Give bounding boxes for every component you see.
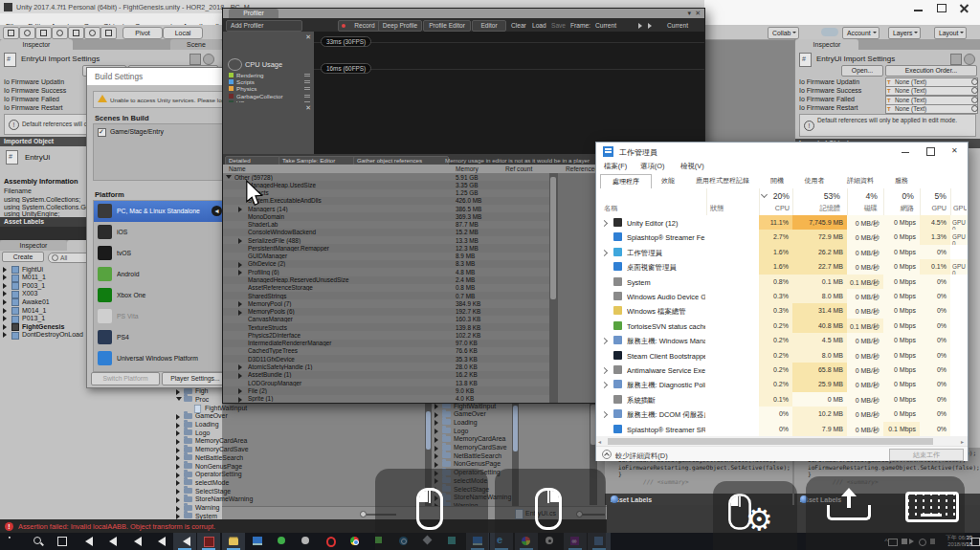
expander-icon[interactable] <box>176 489 180 495</box>
memory-row[interactable]: ConsoleWindowBackend15.2 MB <box>223 229 549 236</box>
expander-icon[interactable] <box>176 397 182 401</box>
taskbar-redapp-icon[interactable] <box>197 533 220 550</box>
expander-icon[interactable] <box>434 420 438 426</box>
load-button[interactable]: Load <box>532 22 546 29</box>
editor-dropdown[interactable]: Editor <box>472 20 506 32</box>
taskbar-unity-icon[interactable] <box>173 533 196 550</box>
restore-icon[interactable] <box>934 2 949 13</box>
disk-total[interactable]: 4% <box>847 191 878 201</box>
expander-icon[interactable] <box>3 324 7 330</box>
cpu-chart[interactable]: 33ms (30FPS) 16ms (60FPS) <box>314 32 704 103</box>
gpu-total[interactable]: 5% <box>918 191 947 201</box>
memory-row[interactable]: Managers (14)386.5 MB <box>223 205 549 212</box>
remote-overlay-left-click[interactable] <box>375 469 488 550</box>
tab-profiler[interactable]: Profiler <box>229 9 278 18</box>
expander-icon[interactable] <box>176 448 180 453</box>
process-row[interactable]: Splashtop® Streamer SR...0%7.9 MB0 MB/秒0… <box>596 422 968 436</box>
transform-tool-6[interactable] <box>100 27 117 39</box>
memory-row[interactable]: CachedTypeTrees76.6 KB <box>223 347 549 355</box>
taskbar-unity-icon[interactable] <box>100 533 122 550</box>
drag-handle-icon[interactable] <box>304 80 310 81</box>
collab-button[interactable]: Collab <box>768 27 799 39</box>
mem-total[interactable]: 53% <box>792 191 840 201</box>
collapse-icon[interactable]: ▾ <box>687 10 691 17</box>
memory-row[interactable]: Physics2DInterface102.2 KB <box>223 331 549 339</box>
transform-tool-2[interactable] <box>35 27 52 39</box>
imported-object-name[interactable]: EntryUi <box>25 153 50 162</box>
expander-icon[interactable] <box>434 446 438 451</box>
tm-tab-1[interactable]: 效能 <box>654 174 682 187</box>
process-row[interactable]: 服務主機: DCOM 伺服器處...0%10.2 MB0 MB/秒0 Mbps0… <box>596 407 968 421</box>
expander-icon[interactable] <box>176 389 180 395</box>
expander-icon[interactable] <box>238 207 242 212</box>
memory-row[interactable]: SerializedFile (488)13.3 MB <box>223 236 549 244</box>
process-row[interactable]: Unity Editor (12)11.1%7,745.9 MB0 MB/秒0 … <box>596 215 968 230</box>
memory-row[interactable]: CanvasManager160.3 KB <box>223 316 549 323</box>
taskbar-chrome-icon[interactable] <box>344 533 367 550</box>
taskbar-unity-icon[interactable] <box>124 533 147 550</box>
expander-icon[interactable] <box>3 291 7 297</box>
help-icon[interactable] <box>950 54 962 65</box>
memory-row[interactable]: LODGroupManager13.8 KB <box>223 379 549 386</box>
col-gpu-engine[interactable]: GPU 引擎 <box>953 204 967 213</box>
gather-references-toggle[interactable]: Gather object references <box>353 156 449 165</box>
expander-icon[interactable] <box>238 301 242 307</box>
close-icon[interactable]: ✕ <box>695 10 701 17</box>
layout-button[interactable]: Layout <box>934 27 967 39</box>
platform-ps-vita[interactable]: PS Vita <box>94 306 226 327</box>
close-icon[interactable]: ✕ <box>305 104 311 112</box>
col-status[interactable]: 狀態 <box>710 204 724 213</box>
memory-row[interactable]: System.ExecutableAndDlls426.0 MB <box>223 197 549 205</box>
memory-row[interactable]: MemoryPools (6)192.7 KB <box>223 308 549 316</box>
platform-ps4[interactable]: PS4 <box>94 327 226 348</box>
tm-menu-item[interactable]: 檔案(F) <box>604 162 627 171</box>
col-disk[interactable]: 磁碟 <box>847 204 878 213</box>
object-picker-icon[interactable] <box>971 78 978 85</box>
upload-icon[interactable] <box>827 492 871 522</box>
record-toggle[interactable]: Record <box>338 20 384 32</box>
memory-row[interactable]: ManagedHeap.UsedSize3.35 GB <box>223 181 549 188</box>
expander-icon[interactable] <box>434 453 438 459</box>
execution-order-button[interactable]: Execution Order... <box>885 65 977 77</box>
drag-handle-icon[interactable] <box>304 74 310 75</box>
platform-android[interactable]: Android <box>94 264 226 285</box>
drag-handle-icon[interactable] <box>304 87 310 88</box>
expander-icon[interactable] <box>601 250 608 256</box>
taskbar-monitor-icon[interactable] <box>246 533 269 550</box>
expander-icon[interactable] <box>3 332 7 338</box>
memory-row[interactable]: IntermediateRendererManager97.0 KB <box>223 340 549 347</box>
memory-row[interactable]: Objects1.25 GB <box>223 189 549 197</box>
taskbar-opera-icon[interactable] <box>320 533 343 550</box>
expander-icon[interactable] <box>601 411 608 418</box>
asset-store-icon[interactable] <box>611 495 618 503</box>
expander-icon[interactable] <box>434 404 438 409</box>
tab-inspector[interactable]: Inspector <box>0 39 73 50</box>
scene-checkbox[interactable] <box>98 128 106 137</box>
net-total[interactable]: 0% <box>883 191 914 201</box>
process-row[interactable]: Splashtop® Streamer Fe...2.7%72.9 MB0 MB… <box>596 230 968 244</box>
platform-tvos[interactable]: tvOS <box>94 243 226 264</box>
memory-row[interactable]: GUIDManager8.9 MB <box>223 253 549 260</box>
expander-icon[interactable] <box>238 262 242 268</box>
cloud-icon[interactable] <box>821 28 838 36</box>
expander-icon[interactable] <box>3 316 7 321</box>
expander-icon[interactable] <box>601 220 608 227</box>
process-row[interactable]: System0.8%0.1 MB0.1 MB/秒0 Mbps0% <box>596 275 968 289</box>
expander-icon[interactable] <box>176 497 180 503</box>
chart-legend-item[interactable]: Physics <box>223 85 314 92</box>
tm-tab-0[interactable]: 處理程序 <box>600 174 652 189</box>
memory-row[interactable]: GfxDevice (2)8.3 MB <box>223 260 549 268</box>
save-button[interactable]: Save <box>551 22 566 29</box>
memory-row[interactable]: AtomicSafetyHandle (1)28.0 KB <box>223 363 549 370</box>
project-folder[interactable]: GameOver <box>174 412 425 421</box>
scenes-list[interactable]: Game/Stage/Entry <box>93 123 227 181</box>
process-row[interactable]: Steam Client Bootstrappe...0.2%8.0 MB0 M… <box>596 348 968 363</box>
expander-icon[interactable] <box>434 412 438 418</box>
taskbar-taskview-icon[interactable] <box>51 533 74 550</box>
current-frame-button[interactable]: Current <box>667 22 688 29</box>
profile-editor-toggle[interactable]: Profile Editor <box>423 20 471 32</box>
pivot-button[interactable]: Pivot <box>122 27 163 39</box>
transform-tool-4[interactable] <box>68 27 84 39</box>
chart-legend-item[interactable]: GarbageCollector <box>223 93 314 99</box>
col-name[interactable]: 名稱 <box>604 204 617 213</box>
